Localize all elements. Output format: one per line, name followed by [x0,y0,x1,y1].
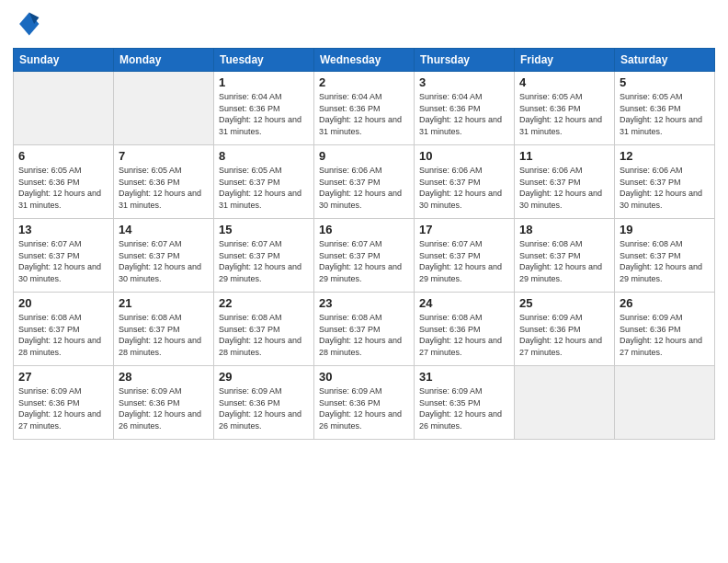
day-info: Sunrise: 6:07 AMSunset: 6:37 PMDaylight:… [219,238,309,284]
day-cell: 15Sunrise: 6:07 AMSunset: 6:37 PMDayligh… [214,219,314,293]
day-info: Sunrise: 6:06 AMSunset: 6:37 PMDaylight:… [620,165,710,211]
day-cell [14,72,114,145]
day-cell: 20Sunrise: 6:08 AMSunset: 6:37 PMDayligh… [14,293,114,366]
day-cell: 3Sunrise: 6:04 AMSunset: 6:36 PMDaylight… [415,72,515,145]
day-info: Sunrise: 6:04 AMSunset: 6:36 PMDaylight:… [219,91,309,137]
day-number: 24 [419,296,509,310]
day-cell: 2Sunrise: 6:04 AMSunset: 6:36 PMDaylight… [314,72,415,145]
day-number: 11 [519,149,609,163]
day-cell: 26Sunrise: 6:09 AMSunset: 6:36 PMDayligh… [615,293,715,366]
week-row-4: 20Sunrise: 6:08 AMSunset: 6:37 PMDayligh… [14,293,715,366]
day-info: Sunrise: 6:06 AMSunset: 6:37 PMDaylight:… [519,165,609,211]
day-number: 3 [419,75,509,89]
day-cell: 6Sunrise: 6:05 AMSunset: 6:36 PMDaylight… [14,145,114,219]
weekday-header-tuesday: Tuesday [214,49,314,72]
day-info: Sunrise: 6:05 AMSunset: 6:36 PMDaylight:… [519,91,609,137]
day-number: 19 [620,223,710,236]
week-row-1: 1Sunrise: 6:04 AMSunset: 6:36 PMDaylight… [14,72,715,145]
day-cell: 22Sunrise: 6:08 AMSunset: 6:37 PMDayligh… [214,293,314,366]
day-info: Sunrise: 6:09 AMSunset: 6:36 PMDaylight:… [18,385,108,431]
week-row-5: 27Sunrise: 6:09 AMSunset: 6:36 PMDayligh… [14,366,715,440]
page: SundayMondayTuesdayWednesdayThursdayFrid… [0,0,728,563]
day-info: Sunrise: 6:08 AMSunset: 6:37 PMDaylight:… [18,312,108,358]
day-cell: 9Sunrise: 6:06 AMSunset: 6:37 PMDaylight… [314,145,415,219]
day-info: Sunrise: 6:09 AMSunset: 6:36 PMDaylight:… [219,385,309,431]
day-cell: 17Sunrise: 6:07 AMSunset: 6:37 PMDayligh… [415,219,515,293]
weekday-header-wednesday: Wednesday [314,49,415,72]
day-number: 7 [119,149,209,163]
day-number: 28 [119,370,209,384]
week-row-3: 13Sunrise: 6:07 AMSunset: 6:37 PMDayligh… [14,219,715,293]
day-number: 18 [519,223,609,236]
day-number: 20 [18,296,108,310]
day-info: Sunrise: 6:05 AMSunset: 6:37 PMDaylight:… [219,165,309,211]
weekday-header-sunday: Sunday [14,49,114,72]
day-info: Sunrise: 6:08 AMSunset: 6:36 PMDaylight:… [419,312,509,358]
logo-icon [13,9,42,39]
day-number: 5 [620,75,710,89]
day-cell: 31Sunrise: 6:09 AMSunset: 6:35 PMDayligh… [415,366,515,440]
day-number: 4 [519,75,609,89]
day-cell [114,72,214,145]
day-cell: 28Sunrise: 6:09 AMSunset: 6:36 PMDayligh… [114,366,214,440]
week-row-2: 6Sunrise: 6:05 AMSunset: 6:36 PMDaylight… [14,145,715,219]
day-info: Sunrise: 6:08 AMSunset: 6:37 PMDaylight:… [319,312,409,358]
calendar-table: SundayMondayTuesdayWednesdayThursdayFrid… [13,48,715,440]
day-number: 2 [319,75,409,89]
day-info: Sunrise: 6:04 AMSunset: 6:36 PMDaylight:… [319,91,409,137]
day-number: 12 [620,149,710,163]
day-cell: 16Sunrise: 6:07 AMSunset: 6:37 PMDayligh… [314,219,415,293]
weekday-header-monday: Monday [114,49,214,72]
day-info: Sunrise: 6:07 AMSunset: 6:37 PMDaylight:… [18,238,108,284]
day-number: 8 [219,149,309,163]
day-number: 30 [319,370,409,384]
day-cell: 18Sunrise: 6:08 AMSunset: 6:37 PMDayligh… [515,219,615,293]
day-cell: 12Sunrise: 6:06 AMSunset: 6:37 PMDayligh… [615,145,715,219]
day-number: 15 [219,223,309,236]
day-number: 25 [519,296,609,310]
day-cell: 13Sunrise: 6:07 AMSunset: 6:37 PMDayligh… [14,219,114,293]
day-cell: 21Sunrise: 6:08 AMSunset: 6:37 PMDayligh… [114,293,214,366]
day-cell: 4Sunrise: 6:05 AMSunset: 6:36 PMDaylight… [515,72,615,145]
day-info: Sunrise: 6:06 AMSunset: 6:37 PMDaylight:… [319,165,409,211]
day-number: 13 [18,223,108,236]
day-number: 21 [119,296,209,310]
day-number: 17 [419,223,509,236]
day-info: Sunrise: 6:09 AMSunset: 6:35 PMDaylight:… [419,385,509,431]
day-cell: 24Sunrise: 6:08 AMSunset: 6:36 PMDayligh… [415,293,515,366]
day-info: Sunrise: 6:08 AMSunset: 6:37 PMDaylight:… [519,238,609,284]
day-number: 6 [18,149,108,163]
day-cell: 19Sunrise: 6:08 AMSunset: 6:37 PMDayligh… [615,219,715,293]
day-cell: 10Sunrise: 6:06 AMSunset: 6:37 PMDayligh… [415,145,515,219]
day-info: Sunrise: 6:08 AMSunset: 6:37 PMDaylight:… [119,312,209,358]
logo [13,9,46,39]
weekday-header-saturday: Saturday [615,49,715,72]
day-cell: 25Sunrise: 6:09 AMSunset: 6:36 PMDayligh… [515,293,615,366]
day-info: Sunrise: 6:09 AMSunset: 6:36 PMDaylight:… [620,312,710,358]
day-info: Sunrise: 6:06 AMSunset: 6:37 PMDaylight:… [419,165,509,211]
weekday-header-friday: Friday [515,49,615,72]
day-cell: 5Sunrise: 6:05 AMSunset: 6:36 PMDaylight… [615,72,715,145]
day-cell [515,366,615,440]
day-cell: 11Sunrise: 6:06 AMSunset: 6:37 PMDayligh… [515,145,615,219]
day-cell: 29Sunrise: 6:09 AMSunset: 6:36 PMDayligh… [214,366,314,440]
header [13,9,715,39]
day-cell: 14Sunrise: 6:07 AMSunset: 6:37 PMDayligh… [114,219,214,293]
day-info: Sunrise: 6:07 AMSunset: 6:37 PMDaylight:… [119,238,209,284]
day-info: Sunrise: 6:08 AMSunset: 6:37 PMDaylight:… [620,238,710,284]
day-number: 27 [18,370,108,384]
day-number: 14 [119,223,209,236]
day-info: Sunrise: 6:05 AMSunset: 6:36 PMDaylight:… [18,165,108,211]
day-number: 16 [319,223,409,236]
day-info: Sunrise: 6:08 AMSunset: 6:37 PMDaylight:… [219,312,309,358]
day-info: Sunrise: 6:05 AMSunset: 6:36 PMDaylight:… [620,91,710,137]
day-number: 10 [419,149,509,163]
day-cell: 8Sunrise: 6:05 AMSunset: 6:37 PMDaylight… [214,145,314,219]
day-info: Sunrise: 6:09 AMSunset: 6:36 PMDaylight:… [319,385,409,431]
day-info: Sunrise: 6:07 AMSunset: 6:37 PMDaylight:… [319,238,409,284]
weekday-header-thursday: Thursday [415,49,515,72]
day-cell: 23Sunrise: 6:08 AMSunset: 6:37 PMDayligh… [314,293,415,366]
day-info: Sunrise: 6:05 AMSunset: 6:36 PMDaylight:… [119,165,209,211]
day-info: Sunrise: 6:07 AMSunset: 6:37 PMDaylight:… [419,238,509,284]
day-number: 9 [319,149,409,163]
